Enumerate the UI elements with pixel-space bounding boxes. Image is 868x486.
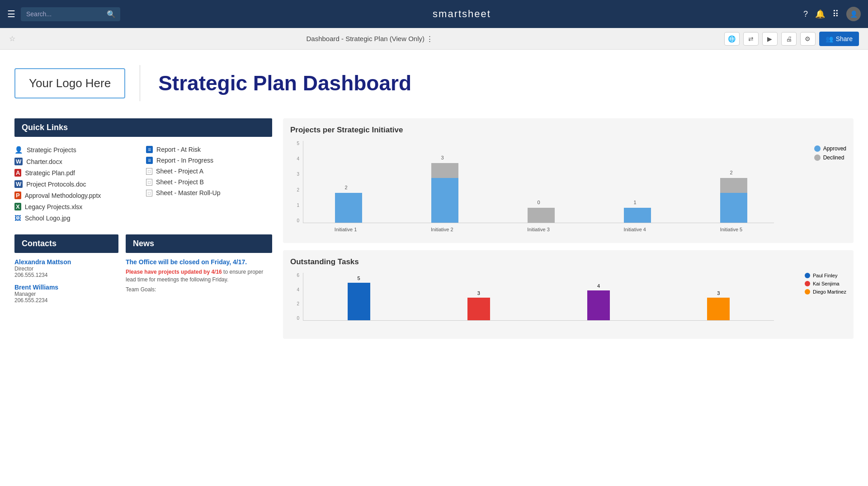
word-icon-2: W <box>14 180 23 188</box>
y-label-4: 4 <box>297 156 299 161</box>
globe-button[interactable]: 🌐 <box>724 32 740 46</box>
image-icon: 🖼 <box>14 214 21 222</box>
legend-paul: Paul Finley <box>805 273 846 278</box>
contact-phone-1: 206.555.1234 <box>14 272 118 278</box>
x-labels: Initiative 1 Initiative 2 Initiative 3 I… <box>303 223 774 236</box>
link-label: Strategic Plan.pdf <box>25 169 75 177</box>
task-val-4: 3 <box>717 290 720 296</box>
tasks-chart-container: 6 4 2 0 5 <box>290 273 846 332</box>
contact-phone-2: 206.555.2234 <box>14 297 118 304</box>
user-avatar[interactable]: 👤 <box>846 7 861 21</box>
tasks-y-2: 2 <box>297 301 299 306</box>
x-label-1: Initiative 1 <box>303 227 388 232</box>
sheet-icon-2: □ <box>146 179 152 186</box>
left-column: Quick Links 👤 Strategic Projects W Chart… <box>14 118 272 346</box>
legend-label-paul: Paul Finley <box>813 273 837 278</box>
legend-dot-kai <box>805 281 810 286</box>
contact-name-1: Alexandra Mattson <box>14 258 118 266</box>
bottom-sections: Contacts Alexandra Mattson Director 206.… <box>14 234 272 304</box>
page-title: Strategic Plan Dashboard <box>158 71 411 95</box>
sheet-icon-3: □ <box>146 190 152 196</box>
list-item[interactable]: A Strategic Plan.pdf <box>14 167 141 178</box>
star-icon[interactable]: ☆ <box>9 34 15 43</box>
tasks-chart-title: Outstanding Tasks <box>290 257 846 266</box>
hamburger-menu[interactable]: ☰ <box>7 9 15 19</box>
link-label: Sheet - Master Roll-Up <box>156 189 220 196</box>
bar-value-5: 2 <box>730 170 732 175</box>
legend-dot-approved <box>814 145 821 152</box>
grid-icon[interactable]: ⠿ <box>832 9 839 19</box>
task-bar-group-2: 3 <box>423 298 534 320</box>
quick-links-section: Quick Links 👤 Strategic Projects W Chart… <box>14 118 272 225</box>
list-item[interactable]: X Legacy Projects.xlsx <box>14 201 141 212</box>
contact-name-2: Brent Williams <box>14 284 118 291</box>
list-item[interactable]: ≡ Report - At Risk <box>146 144 272 155</box>
quick-links-grid: 👤 Strategic Projects W Charter.docx A St… <box>14 142 272 225</box>
bar-declined-5 <box>720 178 747 193</box>
search-input[interactable] <box>26 10 103 18</box>
task-bar-1 <box>348 283 370 320</box>
bar-value-3: 0 <box>537 200 540 205</box>
list-item[interactable]: P Approval Methodology.pptx <box>14 190 141 201</box>
legend-label-kai: Kai Senjima <box>813 281 840 286</box>
list-item[interactable]: 👤 Strategic Projects <box>14 144 141 156</box>
settings-button[interactable]: ⚙ <box>800 32 816 46</box>
link-label: Report - In Progress <box>156 157 213 164</box>
report-icon-2: ≡ <box>146 157 153 164</box>
task-val-3: 4 <box>597 283 600 289</box>
list-item[interactable]: 🖼 School Logo.jpg <box>14 212 141 224</box>
list-item[interactable]: □ Sheet - Master Roll-Up <box>146 187 272 198</box>
tasks-y-4: 4 <box>297 287 299 292</box>
presentation-button[interactable]: ▶ <box>762 32 778 46</box>
bar-declined-2 <box>431 163 458 178</box>
links-left: 👤 Strategic Projects W Charter.docx A St… <box>14 144 141 224</box>
word-icon: W <box>14 158 23 165</box>
contacts-header: Contacts <box>14 234 118 253</box>
news-headline: The Office will be closed on Friday, 4/1… <box>126 258 272 266</box>
link-label: School Logo.jpg <box>25 215 70 222</box>
bar-value-4: 1 <box>633 200 636 205</box>
legend-diego: Diego Martinez <box>805 289 846 294</box>
links-right: ≡ Report - At Risk ≡ Report - In Progres… <box>146 144 272 224</box>
link-label: Charter.docx <box>26 158 62 165</box>
list-item[interactable]: □ Sheet - Project B <box>146 177 272 187</box>
bar-approved-1 <box>335 193 362 223</box>
legend-label-diego: Diego Martinez <box>813 289 846 294</box>
sub-navigation: ☆ Dashboard - Strategic Plan (View Only)… <box>0 28 868 50</box>
top-navigation: ☰ 🔍 smartsheet ? 🔔 ⠿ 👤 <box>0 0 868 28</box>
share-button[interactable]: 👥 Share <box>819 32 859 46</box>
print-button[interactable]: 🖨 <box>781 32 797 46</box>
filter-button[interactable]: ⇄ <box>743 32 759 46</box>
list-item[interactable]: □ Sheet - Project A <box>146 166 272 177</box>
legend-declined: Declined <box>814 154 846 161</box>
task-val-1: 5 <box>358 276 360 281</box>
y-label-1: 1 <box>297 203 299 208</box>
search-bar[interactable]: 🔍 <box>21 7 120 21</box>
list-item[interactable]: ≡ Report - In Progress <box>146 155 272 166</box>
list-item[interactable]: W Charter.docx <box>14 156 141 167</box>
task-bar-group-4: 3 <box>663 298 774 320</box>
legend-label-declined: Declined <box>823 154 844 161</box>
y-axis: 5 4 3 2 1 0 <box>290 141 299 223</box>
dashboard-title-bar: Dashboard - Strategic Plan (View Only) ⋮ <box>21 35 719 43</box>
y-label-0: 0 <box>297 218 299 223</box>
bell-icon[interactable]: 🔔 <box>815 9 825 19</box>
help-icon[interactable]: ? <box>803 9 808 19</box>
nav-icons: ? 🔔 ⠿ 👤 <box>803 7 861 21</box>
quick-links-header: Quick Links <box>14 118 272 137</box>
tasks-y-6: 6 <box>297 273 299 278</box>
share-label: Share <box>836 35 853 42</box>
right-column: Projects per Strategic Initiative 5 4 3 … <box>283 118 854 346</box>
bar-value-1: 2 <box>344 185 347 190</box>
x-label-3: Initiative 3 <box>495 227 581 232</box>
legend-dot-paul <box>805 273 810 278</box>
projects-chart-title: Projects per Strategic Initiative <box>290 126 846 135</box>
link-label: Project Protocols.doc <box>26 181 86 188</box>
main-content: Your Logo Here Strategic Plan Dashboard … <box>0 50 868 486</box>
news-team: Team Goals: <box>126 286 272 293</box>
bar-group-2: 3 <box>400 163 485 223</box>
tasks-legend: Paul Finley Kai Senjima Diego Martinez <box>805 273 846 294</box>
link-label: Strategic Projects <box>27 146 76 154</box>
contact-role-2: Manager <box>14 291 118 297</box>
list-item[interactable]: W Project Protocols.doc <box>14 178 141 190</box>
